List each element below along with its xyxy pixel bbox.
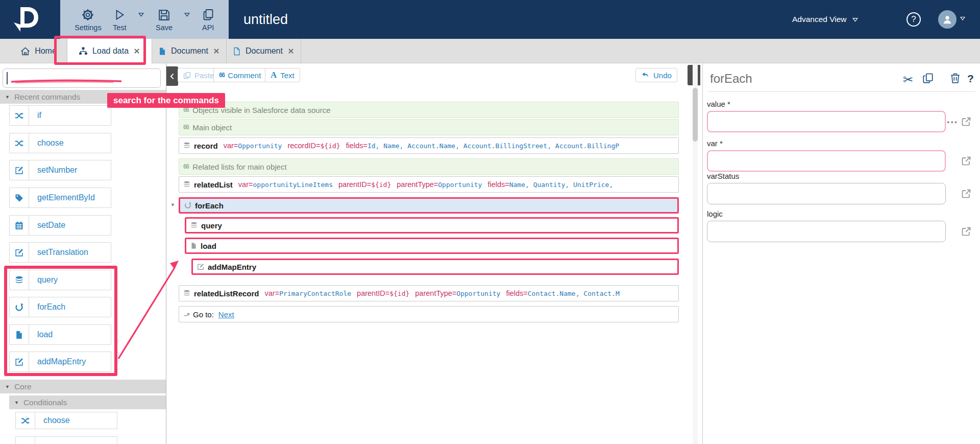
command-name: relatedListRecord: [194, 289, 259, 298]
sidebar-item-settranslation[interactable]: setTranslation: [9, 242, 111, 263]
attr-name: fields=: [346, 142, 368, 150]
comment-row-main-object[interactable]: 66 Main object: [179, 119, 679, 135]
sidebar-item-label: choose: [29, 133, 111, 153]
save-dropdown-caret[interactable]: [184, 11, 190, 18]
comment-button[interactable]: 66 Comment: [213, 68, 266, 82]
sidebar-item-getelementbyid[interactable]: getElementById: [9, 188, 111, 208]
sidebar-item-setdate[interactable]: setDate: [9, 215, 111, 236]
quote-icon: 66: [219, 72, 224, 79]
chevron-left-icon: [169, 73, 176, 80]
editor-scrollbar-thumb[interactable]: [693, 88, 698, 142]
tab-load-data[interactable]: Load data: [67, 39, 152, 63]
database-icon: [183, 142, 190, 149]
attr-name: var=: [238, 180, 253, 189]
collapse-triangle-icon: ▼: [14, 400, 19, 405]
edit-icon: [10, 243, 29, 262]
tab-document-1[interactable]: Document: [152, 39, 227, 63]
goto-next-link[interactable]: Next: [218, 310, 234, 319]
tab-document-2[interactable]: Document: [227, 39, 301, 63]
conditionals-section-label: Conditionals: [23, 398, 67, 407]
search-input[interactable]: [3, 68, 161, 88]
undo-label: Undo: [653, 71, 672, 80]
advanced-view-selector[interactable]: Advanced View: [792, 0, 859, 39]
sidebar-item-label: getElementById: [29, 188, 111, 207]
goto-row[interactable]: Go to: Next: [179, 306, 679, 322]
pages-icon: [202, 7, 214, 22]
help-button[interactable]: ?: [906, 12, 921, 27]
text-label: Text: [280, 71, 295, 80]
attr-value: Id, Name, Account.Name, Account.BillingS…: [368, 142, 619, 150]
command-editor: Paste 66 Comment A Text Undo 66 Objects …: [166, 63, 702, 444]
close-icon[interactable]: [287, 48, 295, 55]
trash-icon[interactable]: [950, 73, 961, 84]
command-row-foreach-selected[interactable]: forEach: [179, 197, 679, 214]
avatar[interactable]: [938, 10, 957, 29]
sidebar-item-query[interactable]: query: [9, 270, 111, 290]
sidebar-item-label: load: [29, 325, 111, 344]
help-icon[interactable]: ?: [967, 73, 974, 85]
sidebar-item-choose[interactable]: choose: [9, 133, 111, 153]
command-name: forEach: [195, 201, 224, 210]
panel-title: forEach: [710, 72, 752, 86]
collapse-sidebar-button[interactable]: [166, 66, 178, 86]
external-link-icon[interactable]: [961, 189, 971, 199]
copy-icon[interactable]: [922, 73, 934, 84]
test-dropdown-caret[interactable]: [138, 11, 144, 18]
varstatus-field-label: varStatus: [707, 172, 739, 180]
sidebar-item-if[interactable]: if: [9, 105, 111, 126]
sidebar-item-choose-core[interactable]: choose: [15, 412, 117, 429]
advanced-view-label: Advanced View: [792, 15, 847, 24]
external-link-icon[interactable]: [961, 226, 971, 237]
app-window: Settings Test Save: [0, 0, 980, 444]
logic-field-input[interactable]: [707, 221, 946, 242]
attr-name: var=: [265, 289, 280, 297]
edit-icon: [197, 263, 204, 270]
comment-text: Related lists for main object: [192, 162, 286, 171]
attr-name: var=: [224, 142, 238, 150]
command-row-query[interactable]: query: [185, 217, 679, 233]
command-row-relatedlistrecord[interactable]: relatedListRecord var=PrimaryContactRole…: [179, 285, 679, 301]
command-name: load: [201, 242, 216, 250]
command-row-addmapentry[interactable]: addMapEntry: [191, 259, 679, 275]
quote-icon: 66: [183, 163, 188, 170]
sidebar-item-addmapentry[interactable]: addMapEntry: [9, 352, 111, 372]
var-field-input[interactable]: [707, 150, 946, 172]
value-field-input[interactable]: [707, 111, 946, 132]
conditionals-section-header[interactable]: ▼ Conditionals: [9, 395, 166, 409]
command-row-record[interactable]: record var=Opportunity recordID=${id} fi…: [179, 137, 679, 154]
attr-name: parentID=: [338, 180, 371, 189]
sidebar-item-setnumber[interactable]: setNumber: [9, 160, 111, 180]
api-button[interactable]: API: [202, 7, 214, 32]
external-link-icon[interactable]: [961, 156, 971, 166]
varstatus-field-input[interactable]: [707, 183, 946, 204]
sidebar-item-load[interactable]: load: [9, 324, 111, 345]
settings-button[interactable]: Settings: [75, 7, 101, 32]
collapse-triangle-icon[interactable]: ▼: [170, 202, 175, 207]
core-section-header[interactable]: ▼ Core: [0, 380, 166, 393]
attr-name: parentID=: [357, 289, 389, 297]
tab-home[interactable]: Home: [10, 39, 67, 63]
sidebar-item-foreach[interactable]: forEach: [9, 297, 111, 317]
save-button[interactable]: Save: [156, 7, 173, 32]
command-row-load[interactable]: load: [185, 238, 679, 254]
undo-button[interactable]: Undo: [635, 68, 677, 82]
close-icon[interactable]: [213, 48, 220, 55]
command-row-relatedlist[interactable]: relatedList var=opportunityLineItems par…: [179, 176, 679, 193]
text-button[interactable]: A Text: [265, 68, 300, 82]
cut-icon[interactable]: ✂: [903, 73, 913, 87]
test-button[interactable]: Test: [113, 7, 127, 32]
document-outline-icon: [233, 46, 241, 56]
sidebar-item-partial[interactable]: [15, 436, 117, 444]
close-icon[interactable]: [133, 48, 140, 55]
command-name: relatedList: [194, 180, 233, 189]
sidebar-item-label: if: [29, 106, 111, 125]
tab-document-1-label: Document: [171, 46, 208, 56]
ellipsis-icon[interactable]: ●●●: [947, 120, 958, 125]
avatar-dropdown-caret[interactable]: [960, 15, 966, 21]
paste-label: Paste: [194, 71, 214, 80]
comment-row-related-lists[interactable]: 66 Related lists for main object: [179, 158, 679, 175]
external-link-icon[interactable]: [961, 116, 971, 127]
comment-row-objects-visible[interactable]: 66 Objects visible in Salesforce data so…: [179, 102, 679, 118]
attr-value: Opportunity: [238, 142, 282, 150]
edit-icon: [10, 352, 29, 371]
